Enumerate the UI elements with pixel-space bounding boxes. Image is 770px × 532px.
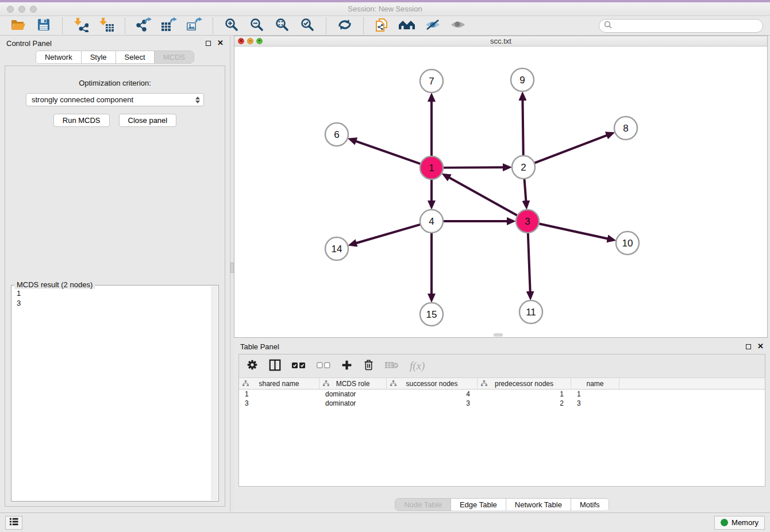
- apply-layout-button[interactable]: [333, 17, 356, 34]
- table-select-all-button[interactable]: [292, 361, 306, 371]
- hide-selected-button[interactable]: [421, 17, 444, 34]
- result-scrollbar[interactable]: [211, 286, 218, 500]
- column-header-predecessor-nodes[interactable]: predecessor nodes: [478, 378, 571, 389]
- edge-3-10[interactable]: [539, 223, 609, 238]
- float-table-panel-icon[interactable]: [746, 344, 751, 349]
- export-network-button[interactable]: [132, 17, 155, 34]
- tab-network[interactable]: Network: [36, 51, 82, 63]
- node-6[interactable]: 6: [325, 123, 348, 146]
- network-close-button[interactable]: ✕: [238, 38, 244, 44]
- cell-predecessor-nodes[interactable]: 2: [478, 399, 571, 408]
- close-window-button[interactable]: [7, 6, 14, 13]
- export-image-button[interactable]: [183, 17, 206, 34]
- window-traffic-lights[interactable]: [7, 6, 37, 13]
- import-table-button[interactable]: [95, 17, 118, 34]
- node-9[interactable]: 9: [511, 68, 534, 91]
- cell-successor-nodes[interactable]: 3: [387, 399, 478, 408]
- table-delete-column-button[interactable]: [385, 360, 399, 372]
- edge-2-3[interactable]: [524, 179, 526, 202]
- export-image-icon: [186, 17, 202, 34]
- splitter-handle-icon[interactable]: [230, 263, 234, 273]
- node-2[interactable]: 2: [512, 156, 535, 179]
- panel-list-button[interactable]: [5, 516, 22, 530]
- cell-successor-nodes[interactable]: 4: [387, 390, 478, 399]
- titlebar: Session: New Session: [0, 2, 770, 16]
- cell-predecessor-nodes[interactable]: 1: [478, 390, 571, 399]
- cell-shared-name[interactable]: 1: [239, 390, 319, 399]
- zoom-in-button[interactable]: [220, 17, 243, 34]
- tab-select[interactable]: Select: [116, 51, 155, 63]
- table-deselect-all-button[interactable]: [317, 361, 330, 371]
- import-network-button[interactable]: [70, 17, 93, 34]
- maximize-window-button[interactable]: [30, 6, 37, 13]
- tab-network-table[interactable]: Network Table: [506, 499, 571, 511]
- node-15[interactable]: 15: [420, 303, 443, 326]
- cell-name[interactable]: 3: [571, 399, 619, 408]
- node-14[interactable]: 14: [325, 237, 348, 260]
- canvas-splitter-handle-icon[interactable]: [494, 333, 503, 337]
- zoom-selected-button[interactable]: [296, 17, 319, 34]
- cell-MCDS-role[interactable]: dominator: [319, 399, 387, 408]
- export-table-button[interactable]: [157, 17, 180, 34]
- cell-name[interactable]: 1: [571, 390, 619, 399]
- table-delete-button[interactable]: [363, 359, 374, 373]
- edge-1-2[interactable]: [443, 167, 504, 168]
- tab-node-table[interactable]: Node Table: [395, 499, 451, 511]
- column-header-successor-nodes[interactable]: successor nodes: [387, 378, 478, 389]
- tab-style[interactable]: Style: [82, 51, 116, 63]
- criterion-select[interactable]: strongly connected component: [26, 93, 204, 106]
- status-bar: Memory: [0, 512, 770, 532]
- table-row[interactable]: 1dominator411: [239, 390, 765, 399]
- float-panel-icon[interactable]: [206, 41, 211, 46]
- window-title: Session: New Session: [0, 2, 770, 16]
- panel-splitter[interactable]: [230, 36, 234, 512]
- node-4[interactable]: 4: [420, 210, 443, 233]
- node-11[interactable]: 11: [519, 300, 542, 323]
- run-mcds-button[interactable]: Run MCDS: [53, 114, 110, 127]
- close-panel-button[interactable]: Close panel: [119, 114, 177, 127]
- tab-mcds[interactable]: MCDS: [155, 51, 194, 63]
- table-add-button[interactable]: [341, 360, 352, 373]
- duplicate-network-button[interactable]: [371, 17, 394, 34]
- save-session-button[interactable]: [32, 17, 55, 34]
- node-10[interactable]: 10: [616, 232, 639, 255]
- edge-3-1[interactable]: [449, 178, 518, 216]
- zoom-fit-button[interactable]: [271, 17, 294, 34]
- minimize-window-button[interactable]: [18, 6, 25, 13]
- show-home-button[interactable]: [396, 17, 419, 34]
- edge-1-6[interactable]: [355, 141, 421, 164]
- column-header-label: name: [586, 380, 603, 388]
- close-panel-icon[interactable]: ✕: [217, 40, 224, 46]
- column-header-MCDS-role[interactable]: MCDS role: [319, 378, 387, 389]
- cell-shared-name[interactable]: 3: [239, 399, 319, 408]
- zoom-out-button[interactable]: [245, 17, 268, 34]
- memory-button[interactable]: Memory: [714, 516, 765, 530]
- edge-2-8[interactable]: [534, 135, 608, 163]
- show-hidden-button[interactable]: [446, 17, 469, 34]
- close-table-panel-icon[interactable]: ✕: [757, 344, 764, 349]
- network-canvas[interactable]: 7968124314101511: [234, 47, 767, 337]
- tab-motifs[interactable]: Motifs: [571, 499, 609, 511]
- zoom-out-icon: [250, 18, 264, 34]
- table-split-panel-button[interactable]: [269, 359, 281, 373]
- node-7[interactable]: 7: [420, 70, 443, 92]
- tab-edge-table[interactable]: Edge Table: [451, 499, 506, 511]
- edge-2-9[interactable]: [522, 99, 523, 156]
- network-minimize-button[interactable]: −: [247, 38, 253, 44]
- node-1[interactable]: 1: [420, 156, 443, 179]
- node-8[interactable]: 8: [614, 117, 637, 140]
- table-function-button[interactable]: f(x): [410, 360, 425, 372]
- column-header-name[interactable]: name: [571, 378, 619, 389]
- search-input[interactable]: [615, 21, 758, 30]
- node-3[interactable]: 3: [516, 210, 539, 233]
- open-session-button[interactable]: [7, 17, 30, 34]
- edge-4-14[interactable]: [356, 225, 421, 244]
- table-row[interactable]: 3dominator323: [239, 399, 765, 408]
- column-header-shared-name[interactable]: shared name: [239, 378, 319, 389]
- network-window-titlebar[interactable]: ✕ − + scc.txt: [234, 36, 767, 47]
- table-settings-button[interactable]: [247, 359, 258, 373]
- network-maximize-button[interactable]: +: [256, 38, 263, 44]
- cell-MCDS-role[interactable]: dominator: [319, 390, 387, 399]
- edge-3-11[interactable]: [528, 233, 530, 292]
- search-field[interactable]: [599, 19, 763, 33]
